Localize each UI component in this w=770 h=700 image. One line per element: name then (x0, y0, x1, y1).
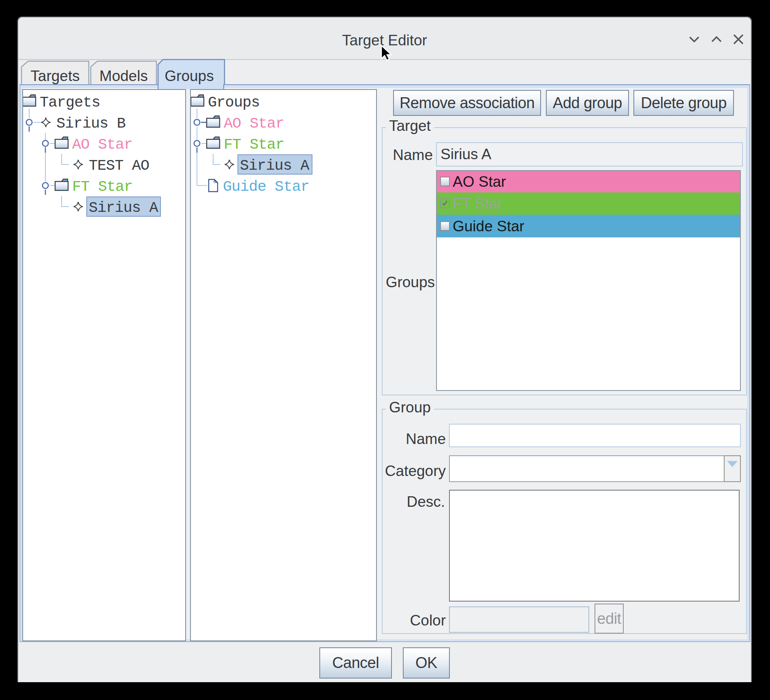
svg-text:Groups: Groups (165, 68, 214, 84)
svg-text:FT Star: FT Star (72, 178, 133, 195)
svg-text:Sirius A: Sirius A (89, 199, 158, 216)
svg-text:Targets: Targets (30, 68, 79, 84)
svg-text:Sirius A: Sirius A (240, 157, 310, 174)
svg-text:FT Star: FT Star (224, 136, 284, 153)
svg-text:Models: Models (99, 68, 148, 84)
svg-text:Groups: Groups (208, 94, 260, 111)
svg-text:Guide Star: Guide Star (223, 178, 309, 195)
svg-text:Sirius B: Sirius B (56, 115, 125, 132)
svg-text:Targets: Targets (40, 94, 100, 111)
svg-text:AO Star: AO Star (72, 136, 133, 153)
svg-text:AO Star: AO Star (224, 115, 284, 132)
svg-text:TEST AO: TEST AO (89, 157, 149, 174)
